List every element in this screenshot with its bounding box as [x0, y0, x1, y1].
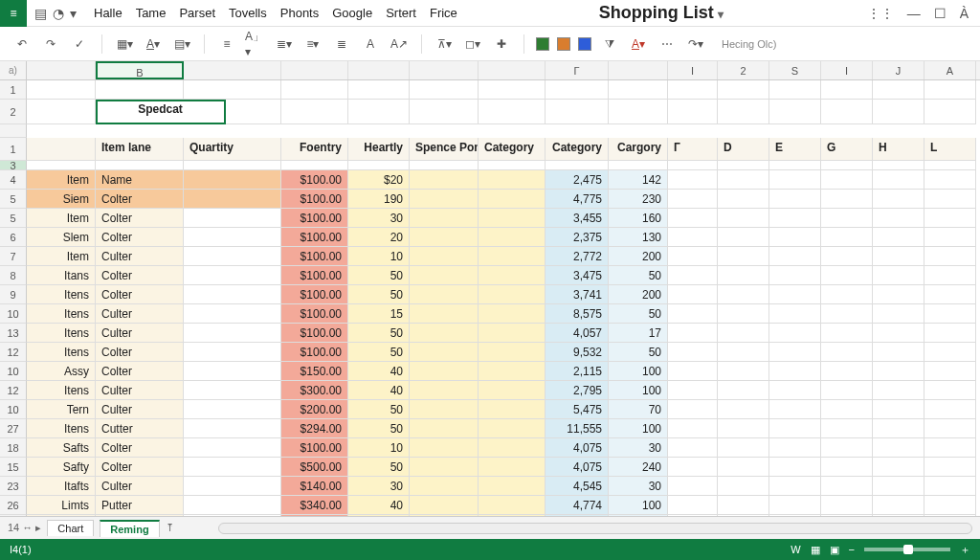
cell[interactable]: $100.00 — [281, 228, 348, 247]
cell[interactable] — [821, 170, 873, 190]
cell[interactable] — [924, 304, 976, 324]
cell[interactable] — [821, 477, 873, 496]
cell[interactable] — [924, 161, 976, 170]
cell[interactable] — [769, 477, 821, 496]
cell[interactable]: Colter — [96, 190, 184, 209]
cell[interactable] — [479, 438, 546, 458]
cell[interactable]: Colter — [96, 228, 184, 247]
cell[interactable] — [821, 228, 873, 247]
cell[interactable]: 50 — [609, 343, 668, 362]
cell[interactable]: $100.00 — [281, 170, 348, 190]
row-header[interactable]: 26 — [0, 496, 27, 515]
cell[interactable] — [609, 80, 668, 100]
cell[interactable] — [184, 285, 281, 304]
cell[interactable] — [769, 458, 821, 477]
cell[interactable] — [184, 458, 281, 477]
cell[interactable]: $294.00 — [281, 419, 348, 438]
cell[interactable]: 50 — [348, 343, 410, 362]
cell[interactable] — [668, 304, 718, 324]
cell[interactable]: Culter — [96, 247, 184, 266]
table-header[interactable]: Quartity — [184, 138, 281, 161]
cell[interactable] — [718, 400, 769, 419]
cell[interactable] — [479, 247, 546, 266]
col-k[interactable]: 2 — [718, 61, 769, 79]
cell[interactable] — [184, 343, 281, 362]
cell[interactable] — [410, 381, 479, 400]
cell[interactable] — [924, 458, 976, 477]
horizontal-scrollbar[interactable] — [218, 523, 972, 534]
row-header[interactable]: 12 — [0, 343, 27, 362]
cell[interactable] — [821, 100, 873, 124]
cell[interactable]: 200 — [609, 285, 668, 304]
cell[interactable] — [769, 80, 821, 100]
cell[interactable]: 2,795 — [546, 381, 609, 400]
cell[interactable] — [226, 100, 281, 124]
table-header[interactable]: Category — [479, 138, 546, 161]
cell[interactable] — [718, 285, 769, 304]
cell[interactable]: $100.00 — [281, 285, 348, 304]
cell[interactable]: Itens — [27, 324, 96, 343]
cell[interactable] — [924, 190, 976, 209]
cell[interactable] — [769, 100, 821, 124]
row-header[interactable]: 10 — [0, 400, 27, 419]
cell[interactable] — [873, 285, 924, 304]
cell[interactable] — [184, 419, 281, 438]
col-j[interactable]: I — [668, 61, 718, 79]
cell[interactable] — [873, 496, 924, 515]
cell[interactable] — [410, 362, 479, 381]
cell[interactable] — [668, 161, 718, 170]
indent-icon[interactable]: ≣ — [331, 34, 352, 55]
cell[interactable]: $340.00 — [281, 496, 348, 515]
cell[interactable] — [410, 247, 479, 266]
cell[interactable]: 30 — [348, 209, 410, 228]
cell[interactable] — [821, 285, 873, 304]
cell[interactable] — [27, 80, 96, 100]
cell[interactable] — [821, 209, 873, 228]
cell[interactable]: Item — [27, 209, 96, 228]
cell[interactable] — [924, 381, 976, 400]
menu-phonts[interactable]: Phonts — [280, 6, 319, 20]
cell[interactable] — [718, 362, 769, 381]
cell[interactable] — [718, 324, 769, 343]
cell[interactable]: Itaffs — [27, 515, 96, 516]
cell[interactable]: 230 — [609, 190, 668, 209]
col-m[interactable]: I — [821, 61, 873, 79]
cell[interactable]: Putter — [96, 496, 184, 515]
table-header[interactable]: E — [769, 138, 821, 161]
cell[interactable] — [873, 438, 924, 458]
cell[interactable]: 20 — [348, 228, 410, 247]
cell[interactable]: $100.00 — [281, 324, 348, 343]
row-header[interactable] — [0, 124, 27, 138]
cell[interactable] — [410, 209, 479, 228]
cell[interactable] — [873, 400, 924, 419]
cell[interactable] — [184, 304, 281, 324]
row-header[interactable]: 12 — [0, 381, 27, 400]
cell[interactable] — [479, 515, 546, 516]
cell[interactable] — [873, 343, 924, 362]
cell[interactable]: 10 — [348, 438, 410, 458]
row-header[interactable]: 7 — [0, 247, 27, 266]
cell[interactable] — [609, 100, 668, 124]
cell[interactable] — [184, 161, 281, 170]
cell[interactable]: 15 — [348, 304, 410, 324]
cell[interactable] — [96, 161, 184, 170]
cell[interactable] — [873, 228, 924, 247]
col-i[interactable] — [609, 61, 668, 79]
cell[interactable]: 100 — [609, 496, 668, 515]
row-header[interactable]: 10 — [0, 304, 27, 324]
cell[interactable] — [924, 285, 976, 304]
cell[interactable] — [668, 496, 718, 515]
row-header[interactable]: 3 — [0, 161, 27, 170]
cell[interactable] — [410, 438, 479, 458]
cell[interactable]: $100.00 — [281, 266, 348, 285]
cell[interactable] — [718, 247, 769, 266]
cell[interactable] — [96, 80, 184, 100]
cell[interactable] — [821, 247, 873, 266]
cell[interactable] — [668, 209, 718, 228]
cell[interactable] — [410, 304, 479, 324]
cell[interactable] — [873, 190, 924, 209]
cell[interactable] — [184, 266, 281, 285]
col-e[interactable] — [348, 61, 410, 79]
cell[interactable] — [668, 247, 718, 266]
cell[interactable] — [410, 419, 479, 438]
